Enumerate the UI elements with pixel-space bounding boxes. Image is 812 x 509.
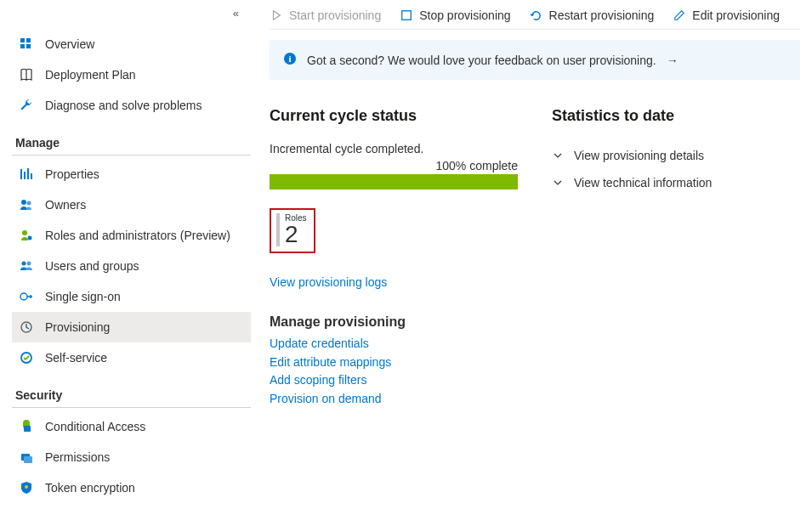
restart-provisioning-button[interactable]: Restart provisioning <box>530 8 655 22</box>
sidebar-item-label: Deployment Plan <box>45 68 136 82</box>
sidebar-item-provisioning[interactable]: Provisioning <box>12 312 251 342</box>
view-logs-link[interactable]: View provisioning logs <box>270 275 518 289</box>
roles-icon <box>19 228 34 243</box>
svg-rect-17 <box>24 426 31 432</box>
expander-label: View provisioning details <box>574 149 704 162</box>
chevron-down-icon <box>552 150 564 161</box>
svg-text:i: i <box>288 54 291 64</box>
chevron-down-icon <box>552 178 564 188</box>
sidebar-item-self-service[interactable]: Self-service <box>12 342 251 373</box>
update-credentials-link[interactable]: Update credentials <box>270 335 518 353</box>
svg-rect-2 <box>20 44 25 48</box>
svg-rect-1 <box>26 38 31 42</box>
sidebar-item-overview[interactable]: Overview <box>12 29 251 59</box>
sidebar-item-diagnose[interactable]: Diagnose and solve problems <box>12 90 251 121</box>
svg-point-12 <box>22 262 26 266</box>
svg-rect-4 <box>20 169 22 179</box>
svg-rect-5 <box>24 172 26 179</box>
stop-provisioning-button[interactable]: Stop provisioning <box>400 8 510 22</box>
sidebar-item-label: Properties <box>45 167 99 181</box>
sidebar-item-users-groups[interactable]: Users and groups <box>12 251 251 281</box>
sidebar-item-label: Overview <box>45 37 94 51</box>
sidebar-item-label: Owners <box>45 198 86 212</box>
statistics-heading: Statistics to date <box>552 107 800 125</box>
sidebar-item-conditional-access[interactable]: Conditional Access <box>12 411 251 442</box>
roles-count: 2 <box>285 223 307 246</box>
svg-point-10 <box>22 230 27 235</box>
svg-rect-6 <box>27 168 29 179</box>
svg-point-11 <box>28 236 32 240</box>
feedback-banner[interactable]: i Got a second? We would love your feedb… <box>270 40 800 80</box>
svg-point-9 <box>27 201 31 206</box>
sidebar-section-manage: Manage <box>12 121 251 156</box>
svg-rect-21 <box>402 11 412 20</box>
stop-icon <box>400 8 413 22</box>
view-technical-information-expander[interactable]: View technical information <box>552 169 800 196</box>
sidebar-item-label: Roles and administrators (Preview) <box>45 229 230 242</box>
svg-point-20 <box>25 485 28 489</box>
add-scoping-filters-link[interactable]: Add scoping filters <box>270 371 518 390</box>
start-provisioning-button: Start provisioning <box>270 8 381 22</box>
toolbar-label: Restart provisioning <box>549 8 655 22</box>
sidebar-item-sso[interactable]: Single sign-on <box>12 281 251 312</box>
sidebar-item-label: Single sign-on <box>45 290 121 303</box>
svg-rect-7 <box>31 173 32 179</box>
book-icon <box>19 67 34 82</box>
expander-label: View technical information <box>574 176 712 189</box>
roles-tile[interactable]: Roles 2 <box>270 208 315 253</box>
arrow-right-icon: → <box>667 54 679 67</box>
sidebar: « Overview Deployment Plan Diagnose and … <box>0 0 251 509</box>
edit-provisioning-button[interactable]: Edit provisioning <box>673 8 780 22</box>
sidebar-item-label: Provisioning <box>45 320 110 334</box>
provisioning-icon <box>19 320 34 335</box>
sidebar-item-label: Token encryption <box>45 481 135 495</box>
sidebar-item-owners[interactable]: Owners <box>12 189 251 220</box>
permissions-icon <box>19 450 34 465</box>
svg-point-8 <box>21 200 26 205</box>
svg-point-13 <box>27 262 31 266</box>
edit-icon <box>673 8 686 22</box>
sso-icon <box>19 289 34 304</box>
sidebar-item-deployment-plan[interactable]: Deployment Plan <box>12 59 251 90</box>
provision-on-demand-link[interactable]: Provision on demand <box>270 390 518 409</box>
play-icon <box>270 8 283 22</box>
sidebar-item-label: Diagnose and solve problems <box>45 99 202 112</box>
progress-bar <box>270 174 518 189</box>
sidebar-item-token-encryption[interactable]: Token encryption <box>12 472 251 503</box>
svg-rect-3 <box>26 44 31 48</box>
restart-icon <box>530 8 543 22</box>
owners-icon <box>19 197 34 212</box>
manage-provisioning-heading: Manage provisioning <box>270 314 518 330</box>
sidebar-item-properties[interactable]: Properties <box>12 159 251 189</box>
feedback-text: Got a second? We would love your feedbac… <box>307 54 656 67</box>
overview-icon <box>19 37 34 52</box>
sidebar-item-label: Permissions <box>45 450 110 464</box>
progress-label: 100% complete <box>270 159 518 172</box>
sidebar-item-label: Conditional Access <box>45 420 145 433</box>
svg-point-14 <box>20 293 27 300</box>
edit-attribute-mappings-link[interactable]: Edit attribute mappings <box>270 353 518 372</box>
toolbar-label: Stop provisioning <box>419 8 510 22</box>
main-pane: Start provisioning Stop provisioning Res… <box>251 0 812 509</box>
info-icon: i <box>283 52 297 68</box>
toolbar: Start provisioning Stop provisioning Res… <box>270 0 800 30</box>
sidebar-item-permissions[interactable]: Permissions <box>12 442 251 472</box>
properties-icon <box>19 167 34 182</box>
svg-rect-0 <box>20 38 25 42</box>
shield-icon <box>19 480 34 495</box>
self-service-icon <box>19 350 34 365</box>
sidebar-item-roles[interactable]: Roles and administrators (Preview) <box>12 220 251 251</box>
sidebar-section-security: Security <box>12 373 251 408</box>
sidebar-item-label: Self-service <box>45 351 107 365</box>
cycle-status-text: Incremental cycle completed. <box>270 142 518 156</box>
toolbar-label: Start provisioning <box>289 8 381 22</box>
users-groups-icon <box>19 258 34 274</box>
wrench-icon <box>19 98 34 113</box>
view-provisioning-details-expander[interactable]: View provisioning details <box>552 142 800 169</box>
sidebar-item-label: Users and groups <box>45 259 139 273</box>
toolbar-label: Edit provisioning <box>692 8 780 22</box>
svg-rect-19 <box>24 456 32 463</box>
conditional-access-icon <box>19 419 34 434</box>
current-cycle-heading: Current cycle status <box>270 107 518 125</box>
collapse-icon[interactable]: « <box>233 7 239 20</box>
